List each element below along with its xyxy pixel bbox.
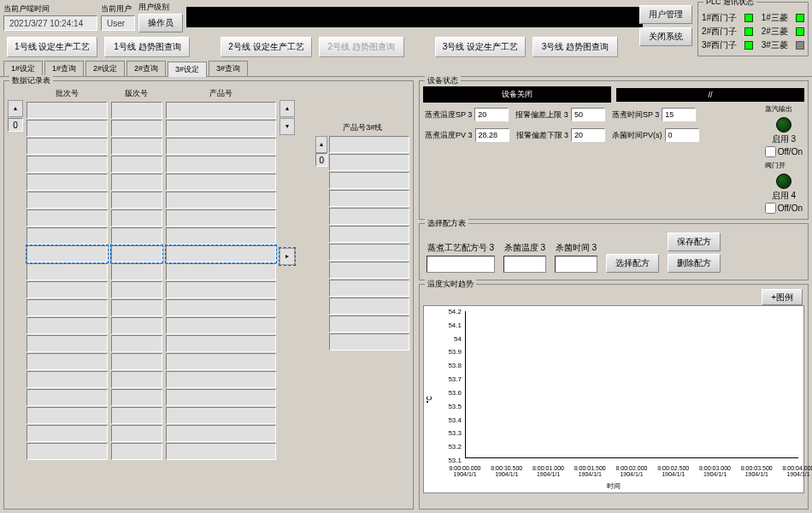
table-cell[interactable] bbox=[26, 317, 108, 334]
table-cell[interactable] bbox=[111, 192, 162, 209]
col3-down[interactable]: ▾ bbox=[279, 118, 295, 135]
table-cell[interactable] bbox=[329, 190, 409, 207]
recipe-input-1[interactable] bbox=[427, 256, 495, 273]
delete-recipe-button[interactable]: 删除配方 bbox=[668, 254, 721, 273]
table-cell[interactable] bbox=[329, 154, 409, 171]
close-system-button[interactable]: 关闭系统 bbox=[639, 27, 692, 46]
col3-sel[interactable]: ▸ bbox=[279, 248, 295, 265]
table-cell[interactable] bbox=[26, 227, 108, 245]
role-button[interactable]: 操作员 bbox=[138, 14, 183, 32]
table-cell[interactable] bbox=[166, 407, 277, 424]
table-cell[interactable] bbox=[329, 136, 409, 153]
table-cell[interactable] bbox=[329, 280, 409, 297]
led-3-toggle[interactable]: Off/On bbox=[765, 146, 803, 157]
table-cell[interactable] bbox=[111, 353, 162, 370]
tab-2-query[interactable]: 2#查询 bbox=[127, 61, 166, 76]
recipe-input-3[interactable] bbox=[555, 256, 597, 273]
table-cell[interactable] bbox=[329, 172, 409, 189]
table-cell[interactable] bbox=[26, 192, 108, 209]
table-cell[interactable] bbox=[111, 425, 162, 442]
table-cell[interactable] bbox=[111, 281, 162, 298]
table-cell[interactable] bbox=[166, 156, 277, 173]
table-cell[interactable] bbox=[111, 335, 162, 352]
tab-3-query[interactable]: 3#查询 bbox=[209, 61, 248, 76]
table-cell[interactable] bbox=[111, 174, 162, 191]
tab-1-query[interactable]: 1#查询 bbox=[44, 61, 84, 76]
table-cell[interactable] bbox=[111, 317, 162, 334]
table-cell[interactable] bbox=[166, 174, 277, 191]
nav-line2-trend[interactable]: 2号线 趋势图查询 bbox=[319, 37, 404, 57]
table-cell[interactable] bbox=[26, 102, 108, 119]
table-cell[interactable] bbox=[166, 389, 277, 406]
checkbox-3[interactable] bbox=[765, 146, 776, 157]
index-up[interactable]: ▴ bbox=[8, 100, 23, 117]
table-cell[interactable] bbox=[26, 335, 108, 352]
table-cell[interactable] bbox=[111, 371, 162, 388]
table-cell[interactable] bbox=[111, 389, 162, 406]
table-cell[interactable] bbox=[26, 263, 108, 280]
table-cell[interactable] bbox=[166, 335, 277, 352]
table-cell[interactable] bbox=[111, 227, 162, 245]
table-cell[interactable] bbox=[329, 244, 409, 261]
tab-3-set[interactable]: 3#设定 bbox=[168, 62, 207, 77]
index-value[interactable] bbox=[8, 118, 23, 132]
user-mgmt-button[interactable]: 用户管理 bbox=[639, 5, 692, 24]
table-cell[interactable] bbox=[111, 263, 162, 280]
recipe-input-2[interactable] bbox=[503, 256, 546, 273]
param-input[interactable] bbox=[474, 108, 509, 121]
select-recipe-button[interactable]: 选择配方 bbox=[606, 254, 659, 273]
table-cell[interactable] bbox=[26, 299, 108, 316]
table-cell[interactable] bbox=[111, 120, 162, 137]
led-4-toggle[interactable]: Off/On bbox=[765, 203, 803, 214]
table-cell[interactable] bbox=[111, 407, 162, 424]
tab-1-set[interactable]: 1#设定 bbox=[3, 61, 43, 76]
table-cell[interactable] bbox=[166, 281, 277, 298]
param-input[interactable] bbox=[475, 128, 509, 142]
table-cell[interactable] bbox=[166, 443, 277, 460]
table-cell[interactable] bbox=[166, 120, 277, 137]
table-cell[interactable] bbox=[26, 371, 108, 388]
table-cell[interactable] bbox=[329, 226, 409, 243]
table-cell[interactable] bbox=[26, 174, 108, 191]
nav-line3-set[interactable]: 3号线 设定生产工艺 bbox=[435, 37, 526, 57]
param-input[interactable] bbox=[571, 128, 605, 142]
table-cell[interactable] bbox=[166, 317, 277, 334]
param-input[interactable] bbox=[571, 108, 605, 121]
table-cell[interactable] bbox=[166, 138, 277, 155]
table-cell[interactable] bbox=[166, 371, 277, 388]
table-cell[interactable] bbox=[26, 443, 108, 460]
table-cell[interactable] bbox=[111, 209, 162, 227]
table-cell[interactable] bbox=[26, 138, 108, 155]
table-cell[interactable] bbox=[26, 281, 108, 298]
table-cell[interactable] bbox=[166, 299, 277, 316]
table-cell[interactable] bbox=[166, 263, 277, 280]
table-cell[interactable] bbox=[329, 333, 409, 351]
table-cell[interactable] bbox=[329, 298, 409, 315]
table-cell[interactable] bbox=[111, 299, 162, 316]
table-cell[interactable] bbox=[166, 102, 277, 119]
chart-legend-button[interactable]: +图例 bbox=[762, 289, 803, 305]
table-cell[interactable] bbox=[26, 245, 108, 262]
table-cell[interactable] bbox=[111, 102, 162, 119]
table-cell[interactable] bbox=[329, 315, 409, 333]
table-cell[interactable] bbox=[26, 353, 108, 370]
nav-line2-set[interactable]: 2号线 设定生产工艺 bbox=[221, 37, 311, 57]
table-cell[interactable] bbox=[166, 209, 277, 227]
table-cell[interactable] bbox=[26, 209, 108, 227]
table-cell[interactable] bbox=[26, 120, 108, 137]
table-cell[interactable] bbox=[111, 245, 162, 262]
nav-line1-set[interactable]: 1号线 设定生产工艺 bbox=[7, 37, 97, 57]
save-recipe-button[interactable]: 保存配方 bbox=[668, 233, 721, 251]
table-cell[interactable] bbox=[26, 389, 108, 406]
table-cell[interactable] bbox=[166, 245, 277, 262]
table-cell[interactable] bbox=[166, 353, 277, 370]
nav-line1-trend[interactable]: 1号线 趋势图查询 bbox=[104, 37, 190, 57]
col3-up[interactable]: ▴ bbox=[279, 100, 295, 117]
tab-2-set[interactable]: 2#设定 bbox=[85, 61, 125, 76]
nav-line3-trend[interactable]: 3号线 趋势图查询 bbox=[533, 37, 618, 57]
table-cell[interactable] bbox=[166, 425, 277, 442]
table-cell[interactable] bbox=[26, 156, 108, 173]
table-cell[interactable] bbox=[329, 262, 409, 279]
table-cell[interactable] bbox=[166, 227, 277, 245]
table-cell[interactable] bbox=[329, 208, 409, 225]
